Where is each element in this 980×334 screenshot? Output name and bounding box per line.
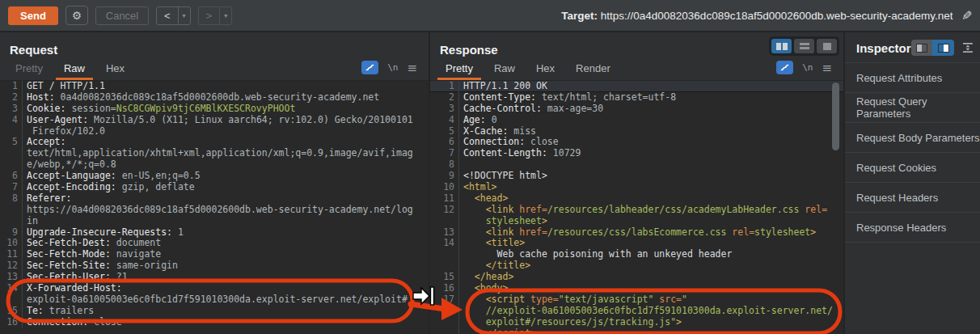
code-line: 4Age: 0 bbox=[430, 115, 843, 126]
code-line: 12Sec-Fetch-Site: same-origin bbox=[0, 260, 429, 272]
tab-raw[interactable]: Raw bbox=[484, 57, 526, 80]
line-number: 6 bbox=[430, 137, 459, 148]
line-number: 17 bbox=[430, 294, 459, 306]
show-newlines-icon[interactable]: \n bbox=[802, 62, 813, 73]
code-line: Web cache poisoning with an unkeyed head… bbox=[430, 249, 843, 260]
line-number: 9 bbox=[0, 227, 23, 239]
inspector-section-request-headers[interactable]: Request Headers bbox=[845, 182, 980, 212]
code-line: 8Referer: bbox=[0, 193, 429, 205]
code-line: 16 <body> bbox=[430, 283, 843, 294]
editor-menu-icon[interactable]: ≡ bbox=[822, 64, 832, 72]
request-panel-title: Request bbox=[0, 32, 429, 57]
line-number bbox=[430, 328, 459, 334]
line-number bbox=[430, 306, 459, 317]
line-number: 16 bbox=[430, 283, 459, 294]
response-scrollbar[interactable] bbox=[832, 82, 839, 150]
inspector-dock-left-button[interactable] bbox=[911, 40, 933, 56]
line-number: 15 bbox=[0, 306, 23, 317]
inspector-section-request-body-parameters[interactable]: Request Body Parameters bbox=[845, 122, 980, 152]
prettify-toggle-icon[interactable] bbox=[361, 61, 378, 74]
inspector-section-response-headers[interactable]: Response Headers bbox=[845, 212, 980, 243]
editor-menu-icon[interactable]: ≡ bbox=[407, 64, 417, 72]
response-panel: Response PrettyRawHexRender \n ≡ 1HTTP/1… bbox=[430, 32, 843, 334]
inspector-section-request-cookies[interactable]: Request Cookies bbox=[845, 152, 980, 182]
back-button[interactable]: < bbox=[157, 7, 179, 24]
line-number: 11 bbox=[0, 249, 23, 260]
tab-pretty[interactable]: Pretty bbox=[5, 57, 53, 80]
line-number: 10 bbox=[430, 182, 459, 193]
back-dropdown-chevron-icon[interactable]: ▾ bbox=[179, 7, 190, 24]
code-line: 4User-Agent: Mozilla/5.0 (X11; Linux aar… bbox=[0, 115, 429, 126]
line-number bbox=[0, 205, 23, 216]
forward-button[interactable]: > bbox=[199, 7, 221, 24]
line-number: 13 bbox=[430, 227, 459, 239]
line-number: 7 bbox=[0, 182, 23, 193]
line-number: 1 bbox=[430, 81, 459, 92]
inspector-section-request-query-parameters[interactable]: Request Query Parameters bbox=[845, 92, 980, 122]
inspector-panel: Inspector Request AttributesRequest Quer… bbox=[845, 32, 980, 334]
code-line: </title> bbox=[430, 260, 843, 272]
request-tabbar-icons: \n ≡ bbox=[361, 61, 417, 80]
line-number: 4 bbox=[430, 115, 459, 126]
response-tabbar: PrettyRawHexRender \n ≡ bbox=[430, 57, 843, 81]
inspector-section-request-attributes[interactable]: Request Attributes bbox=[845, 62, 980, 92]
line-number: 16 bbox=[0, 317, 23, 328]
code-line: in bbox=[0, 216, 429, 227]
inspector-header: Inspector bbox=[845, 32, 980, 62]
code-line: 12 <link href=/resources/labheader/css/a… bbox=[430, 205, 843, 216]
code-line: 6Connection: close bbox=[430, 137, 843, 148]
prettify-toggle-icon[interactable] bbox=[776, 61, 793, 74]
code-line: 2Content-Type: text/html; charset=utf-8 bbox=[430, 92, 843, 104]
code-line: 9Upgrade-Insecure-Requests: 1 bbox=[0, 227, 429, 239]
line-number bbox=[430, 216, 459, 227]
line-number: 3 bbox=[0, 104, 23, 115]
burp-repeater-screen: Send ⚙ Cancel < ▾ > ▾ Target: https://0a… bbox=[0, 0, 980, 334]
code-line: </script> bbox=[430, 328, 843, 334]
code-line: 5X-Cache: miss bbox=[430, 126, 843, 137]
forward-split-button: > ▾ bbox=[198, 6, 233, 25]
line-number: 6 bbox=[0, 171, 23, 182]
layout-toggle-group bbox=[769, 36, 839, 56]
line-number bbox=[0, 216, 23, 227]
tab-render[interactable]: Render bbox=[565, 57, 621, 80]
line-number: 15 bbox=[430, 272, 459, 283]
response-editor[interactable]: 1HTTP/1.1 200 OK2Content-Type: text/html… bbox=[430, 81, 843, 334]
code-line: 2Host: 0a4d0082036dc089c18af5d0002600db.… bbox=[0, 92, 429, 104]
line-number: 7 bbox=[430, 148, 459, 159]
edit-target-pencil-icon[interactable]: ✎ bbox=[961, 8, 972, 23]
cancel-button[interactable]: Cancel bbox=[95, 6, 149, 25]
target-label: Target: bbox=[561, 10, 598, 22]
code-line: 7Content-Length: 10729 bbox=[430, 148, 843, 159]
layout-single-button[interactable] bbox=[817, 39, 837, 53]
request-editor[interactable]: 1GET / HTTP/1.12Host: 0a4d0082036dc089c1… bbox=[0, 81, 429, 334]
toolbar: Send ⚙ Cancel < ▾ > ▾ Target: https://0a… bbox=[0, 0, 980, 31]
gear-icon: ⚙ bbox=[72, 10, 82, 22]
code-line: 14 <title> bbox=[430, 238, 843, 249]
line-number: 12 bbox=[430, 205, 459, 216]
target-url: https://0a4d0082036dc089c18af5d0002600db… bbox=[601, 10, 953, 22]
tab-pretty[interactable]: Pretty bbox=[435, 57, 484, 80]
line-number bbox=[0, 126, 23, 137]
code-line: 1HTTP/1.1 200 OK bbox=[430, 81, 843, 92]
line-number bbox=[0, 294, 23, 306]
request-tabs: PrettyRawHex bbox=[5, 57, 135, 80]
code-line: e/webp,*/*;q=0.8 bbox=[0, 159, 429, 171]
show-newlines-icon[interactable]: \n bbox=[387, 62, 398, 73]
forward-dropdown-chevron-icon[interactable]: ▾ bbox=[220, 7, 231, 24]
send-button[interactable]: Send bbox=[8, 6, 58, 25]
inspector-dock-right-button[interactable] bbox=[932, 40, 954, 56]
inspector-sections: Request AttributesRequest Query Paramete… bbox=[845, 62, 980, 243]
settings-gear-button[interactable]: ⚙ bbox=[65, 6, 88, 25]
code-line: 5Accept: bbox=[0, 137, 429, 148]
code-line: 17 <script type="text/javascript" src=" bbox=[430, 294, 843, 306]
line-number: 10 bbox=[0, 238, 23, 249]
collapse-expand-all-icon[interactable] bbox=[962, 42, 974, 53]
tab-hex[interactable]: Hex bbox=[95, 57, 135, 80]
tab-hex[interactable]: Hex bbox=[526, 57, 565, 80]
line-number: 1 bbox=[0, 81, 23, 92]
code-line: 11Sec-Fetch-Mode: navigate bbox=[0, 249, 429, 260]
layout-rows-button[interactable] bbox=[794, 39, 814, 53]
layout-columns-button[interactable] bbox=[771, 39, 792, 53]
tab-raw[interactable]: Raw bbox=[53, 57, 95, 80]
response-tabs: PrettyRawHexRender bbox=[435, 57, 621, 80]
